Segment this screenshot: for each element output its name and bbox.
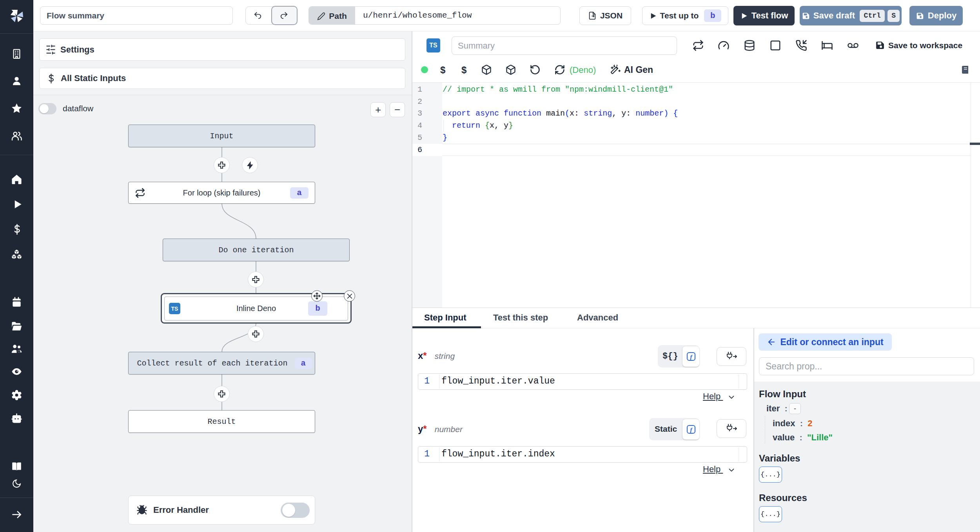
- svg-text:f: f: [690, 427, 693, 433]
- svg-text:f: f: [690, 354, 693, 360]
